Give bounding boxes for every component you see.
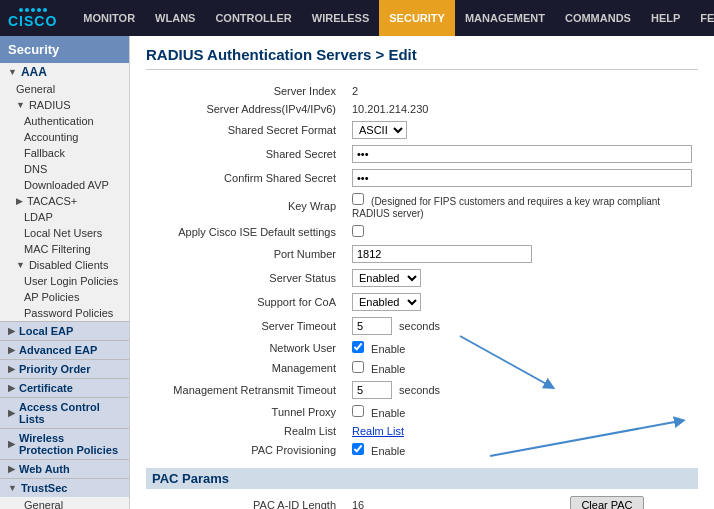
nav-wlans[interactable]: WLANs bbox=[145, 0, 205, 36]
sidebar-item-priority-order[interactable]: ▶ Priority Order bbox=[0, 359, 129, 378]
shared-secret-label: Shared Secret bbox=[146, 142, 346, 166]
nav-wireless[interactable]: WIRELESS bbox=[302, 0, 379, 36]
key-wrap-label: Key Wrap bbox=[146, 190, 346, 222]
network-user-checkbox[interactable] bbox=[352, 341, 364, 353]
nav-management[interactable]: MANAGEMENT bbox=[455, 0, 555, 36]
row-pac-aid-length: PAC A-ID Length 16 Clear PAC bbox=[146, 493, 698, 509]
shared-secret-value bbox=[346, 142, 698, 166]
sidebar-item-wireless-protection[interactable]: ▶ Wireless Protection Policies bbox=[0, 428, 129, 459]
pac-provisioning-enable: Enable bbox=[371, 445, 405, 457]
mgmt-retransmit-value: seconds bbox=[346, 378, 698, 402]
server-address-label: Server Address(IPv4/IPv6) bbox=[146, 100, 346, 118]
sidebar-item-downloaded-avp[interactable]: Downloaded AVP bbox=[0, 177, 129, 193]
sidebar: Security ▼ AAA General ▼ RADIUS Authenti… bbox=[0, 36, 130, 509]
tunnel-proxy-value: Enable bbox=[346, 402, 698, 422]
nav-monitor[interactable]: MONITOR bbox=[73, 0, 145, 36]
apply-cisco-value bbox=[346, 222, 698, 242]
main-layout: Security ▼ AAA General ▼ RADIUS Authenti… bbox=[0, 36, 714, 509]
sidebar-item-acl[interactable]: ▶ Access Control Lists bbox=[0, 397, 129, 428]
sidebar-item-general[interactable]: General bbox=[0, 81, 129, 97]
acl-arrow: ▶ bbox=[8, 408, 15, 418]
apply-cisco-checkbox[interactable] bbox=[352, 225, 364, 237]
sidebar-item-tacacs[interactable]: ▶ TACACS+ bbox=[0, 193, 129, 209]
support-coa-label: Support for CoA bbox=[146, 290, 346, 314]
port-number-value bbox=[346, 242, 698, 266]
sidebar-item-fallback[interactable]: Fallback bbox=[0, 145, 129, 161]
shared-secret-format-value: ASCII HEX bbox=[346, 118, 698, 142]
sidebar-item-aaa[interactable]: ▼ AAA bbox=[0, 63, 129, 81]
sidebar-item-ldap[interactable]: LDAP bbox=[0, 209, 129, 225]
support-coa-select[interactable]: Enabled Disabled bbox=[352, 293, 421, 311]
local-eap-arrow: ▶ bbox=[8, 326, 15, 336]
clear-pac-button[interactable]: Clear PAC bbox=[570, 496, 643, 509]
top-nav: CISCO MONITOR WLANs CONTROLLER WIRELESS … bbox=[0, 0, 714, 36]
shared-secret-input[interactable] bbox=[352, 145, 692, 163]
row-server-address: Server Address(IPv4/IPv6) 10.201.214.230 bbox=[146, 100, 698, 118]
key-wrap-checkbox[interactable] bbox=[352, 193, 364, 205]
webauth-arrow: ▶ bbox=[8, 464, 15, 474]
server-timeout-input[interactable] bbox=[352, 317, 392, 335]
row-confirm-shared-secret: Confirm Shared Secret bbox=[146, 166, 698, 190]
tunnel-proxy-enable: Enable bbox=[371, 407, 405, 419]
row-network-user: Network User Enable bbox=[146, 338, 698, 358]
sidebar-item-advanced-eap[interactable]: ▶ Advanced EAP bbox=[0, 340, 129, 359]
row-shared-secret: Shared Secret bbox=[146, 142, 698, 166]
management-checkbox[interactable] bbox=[352, 361, 364, 373]
confirm-shared-secret-value bbox=[346, 166, 698, 190]
row-shared-secret-format: Shared Secret Format ASCII HEX bbox=[146, 118, 698, 142]
sidebar-item-certificate[interactable]: ▶ Certificate bbox=[0, 378, 129, 397]
confirm-shared-secret-input[interactable] bbox=[352, 169, 692, 187]
sidebar-item-dns[interactable]: DNS bbox=[0, 161, 129, 177]
row-support-coa: Support for CoA Enabled Disabled bbox=[146, 290, 698, 314]
sidebar-item-accounting[interactable]: Accounting bbox=[0, 129, 129, 145]
mgmt-retransmit-input[interactable] bbox=[352, 381, 392, 399]
sidebar-item-web-auth[interactable]: ▶ Web Auth bbox=[0, 459, 129, 478]
page-title: RADIUS Authentication Servers > Edit bbox=[146, 46, 698, 70]
management-label: Management bbox=[146, 358, 346, 378]
nav-security[interactable]: SECURITY bbox=[379, 0, 455, 36]
nav-commands[interactable]: COMMANDS bbox=[555, 0, 641, 36]
port-number-label: Port Number bbox=[146, 242, 346, 266]
realm-list-value: Realm List bbox=[346, 422, 698, 440]
row-management: Management Enable bbox=[146, 358, 698, 378]
sidebar-item-trustsec-general[interactable]: General bbox=[0, 497, 129, 509]
row-tunnel-proxy: Tunnel Proxy Enable bbox=[146, 402, 698, 422]
server-status-label: Server Status bbox=[146, 266, 346, 290]
server-status-select[interactable]: Enabled Disabled bbox=[352, 269, 421, 287]
sidebar-item-password[interactable]: Password Policies bbox=[0, 305, 129, 321]
nav-help[interactable]: HELP bbox=[641, 0, 690, 36]
pac-params-table: PAC A-ID Length 16 Clear PAC PAC A-ID ef… bbox=[146, 493, 698, 509]
sidebar-item-user-login[interactable]: User Login Policies bbox=[0, 273, 129, 289]
wp-arrow: ▶ bbox=[8, 439, 15, 449]
row-pac-provisioning: PAC Provisioning Enable bbox=[146, 440, 698, 460]
pac-params-header: PAC Params bbox=[146, 468, 698, 489]
sidebar-item-authentication[interactable]: Authentication bbox=[0, 113, 129, 129]
server-status-value: Enabled Disabled bbox=[346, 266, 698, 290]
row-key-wrap: Key Wrap (Designed for FIPS customers an… bbox=[146, 190, 698, 222]
pac-aid-length-value: 16 Clear PAC bbox=[346, 493, 698, 509]
pac-aid-length-num: 16 bbox=[352, 499, 364, 509]
nav-feedback[interactable]: FEEDBACK bbox=[690, 0, 714, 36]
pac-provisioning-checkbox[interactable] bbox=[352, 443, 364, 455]
sidebar-item-mac-filtering[interactable]: MAC Filtering bbox=[0, 241, 129, 257]
content-area: RADIUS Authentication Servers > Edit Ser… bbox=[130, 36, 714, 509]
tacacs-arrow: ▶ bbox=[16, 196, 23, 206]
sidebar-item-radius[interactable]: ▼ RADIUS bbox=[0, 97, 129, 113]
sidebar-item-trustsec[interactable]: ▼ TrustSec bbox=[0, 478, 129, 497]
pac-provisioning-value: Enable bbox=[346, 440, 698, 460]
sidebar-item-disabled-clients[interactable]: ▼ Disabled Clients bbox=[0, 257, 129, 273]
port-number-input[interactable] bbox=[352, 245, 532, 263]
management-value: Enable bbox=[346, 358, 698, 378]
shared-secret-format-select[interactable]: ASCII HEX bbox=[352, 121, 407, 139]
tunnel-proxy-checkbox[interactable] bbox=[352, 405, 364, 417]
pac-provisioning-label: PAC Provisioning bbox=[146, 440, 346, 460]
network-user-value: Enable bbox=[346, 338, 698, 358]
cisco-logo: CISCO bbox=[8, 8, 57, 29]
sidebar-item-local-net-users[interactable]: Local Net Users bbox=[0, 225, 129, 241]
sidebar-item-local-eap[interactable]: ▶ Local EAP bbox=[0, 321, 129, 340]
realm-list-link[interactable]: Realm List bbox=[352, 425, 404, 437]
apply-cisco-label: Apply Cisco ISE Default settings bbox=[146, 222, 346, 242]
nav-controller[interactable]: CONTROLLER bbox=[205, 0, 301, 36]
sidebar-item-ap-policies[interactable]: AP Policies bbox=[0, 289, 129, 305]
pac-params-section: PAC Params PAC A-ID Length 16 Clear PAC … bbox=[146, 468, 698, 509]
